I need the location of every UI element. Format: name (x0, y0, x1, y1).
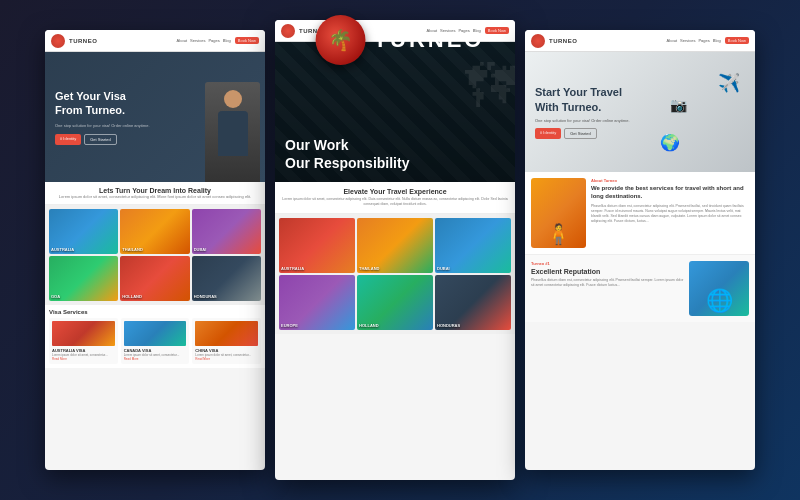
right-hero-btns: # Identity Get Started (535, 128, 655, 139)
right-hero-btn-outline[interactable]: Get Started (564, 128, 596, 139)
left-navbar: TURNEO About Services Pages Blog Book No… (45, 30, 265, 52)
left-hero-btn-primary[interactable]: # Identity (55, 134, 81, 145)
left-hero-btns: # Identity Get Started (55, 134, 150, 145)
dest-item-thailand[interactable]: THAILAND (120, 209, 189, 254)
right-hero-btn-primary[interactable]: # Identity (535, 128, 561, 139)
center-dest-img-honduras (435, 275, 511, 330)
right-hero-text: Start Your TravelWith Turneo. One stop s… (535, 85, 655, 139)
camera-icon: 📷 (670, 97, 687, 113)
right-about-section: 🧍 About Turneo We provide the best servi… (525, 172, 755, 254)
dest-label-dubai: DUBAI (194, 247, 207, 252)
left-book-btn[interactable]: Book Now (235, 37, 259, 44)
right-about-content: About Turneo We provide the best service… (591, 178, 749, 248)
left-visa-section: Visa Services AUSTRALIA VISA Lorem ipsum… (45, 305, 265, 368)
center-dest-label-europe: EUROPE (281, 323, 298, 328)
left-nav-links: About Services Pages Blog (177, 38, 231, 43)
dest-item-dubai[interactable]: DUBAI (192, 209, 261, 254)
main-logo: 🌴 (316, 15, 366, 65)
dest-item-hon[interactable]: HONDURAS (192, 256, 261, 301)
left-section-title: Lets Turn Your Dream Into Reality (51, 187, 259, 194)
left-brand: TURNEO (69, 38, 97, 44)
dest-item-goa[interactable]: GOA (49, 256, 118, 301)
right-about-text: Phasellus dictum diam est, consectetur a… (591, 204, 749, 225)
top-logo-area: 🌴 TURNEO (316, 15, 485, 65)
jumping-person-icon: 🧍 (546, 222, 571, 246)
left-visa-grid: AUSTRALIA VISA Lorem ipsum dolor sit ame… (49, 318, 261, 364)
right-nav-pages[interactable]: Pages (698, 38, 709, 43)
visa-read-more-china[interactable]: Read More (195, 357, 258, 361)
dest-label-goa: GOA (51, 294, 60, 299)
dest-item-australia[interactable]: AUSTRALIA (49, 209, 118, 254)
left-nav-blog[interactable]: Blog (223, 38, 231, 43)
center-dest-img-thailand (357, 218, 433, 273)
main-brand-title: TURNEO (374, 27, 485, 53)
right-nav-services[interactable]: Services (680, 38, 695, 43)
visa-img-china (195, 321, 258, 346)
left-section-title-bar: Lets Turn Your Dream Into Reality Lorem … (45, 182, 265, 205)
right-travel-image: ✈️ 📷 🌍 (655, 67, 745, 157)
center-dest-label-dubai: DUBAI (437, 266, 450, 271)
center-dest-label-australia: AUSTRALIA (281, 266, 304, 271)
right-hero-subtitle: One stop solution for your visa! Order o… (535, 118, 655, 123)
center-elevate-section: Elevate Your Travel Experience Lorem ips… (275, 182, 515, 214)
right-nav-about[interactable]: About (667, 38, 677, 43)
center-dest-label-honduras: HONDURAS (437, 323, 460, 328)
left-nav-about[interactable]: About (177, 38, 187, 43)
visa-item-australia[interactable]: AUSTRALIA VISA Lorem ipsum dolor sit ame… (49, 318, 118, 364)
center-dest-dubai[interactable]: DUBAI (435, 218, 511, 273)
plane-icon: ✈️ (718, 72, 740, 94)
dest-label-australia: AUSTRALIA (51, 247, 74, 252)
right-nav-blog[interactable]: Blog (713, 38, 721, 43)
right-reputation-section: Turneo #1 Excellent Reputation Phasellus… (525, 254, 755, 322)
right-hero: Start Your TravelWith Turneo. One stop s… (525, 52, 755, 172)
dest-item-hol[interactable]: HOLLAND (120, 256, 189, 301)
center-dest-img-dubai (435, 218, 511, 273)
left-nav-pages[interactable]: Pages (208, 38, 219, 43)
left-hero-text: Get Your VisaFrom Turneo. One stop solut… (55, 89, 150, 146)
center-dest-europe[interactable]: EUROPE (279, 275, 355, 330)
left-visa-title: Visa Services (49, 309, 261, 315)
right-logo (531, 34, 545, 48)
left-hero-btn-secondary[interactable]: Get Started (84, 134, 116, 145)
right-about-img: 🧍 (531, 178, 586, 248)
center-dest-img-australia (279, 218, 355, 273)
left-hero-title: Get Your VisaFrom Turneo. (55, 89, 150, 118)
right-about-title: We provide the best services for travel … (591, 185, 749, 201)
visa-item-china[interactable]: CHINA VISA Lorem ipsum dolor sit amet, c… (192, 318, 261, 364)
left-nav-services[interactable]: Services (190, 38, 205, 43)
center-dest-australia[interactable]: AUSTRALIA (279, 218, 355, 273)
right-brand: TURNEO (549, 38, 577, 44)
left-hero-subtitle: One stop solution for your visa! Order o… (55, 123, 150, 128)
visa-read-more-australia[interactable]: Read More (52, 357, 115, 361)
person-head (224, 90, 242, 108)
right-rep-title: Excellent Reputation (531, 268, 684, 275)
center-banner-content: Our Work Our Responsibility (285, 136, 409, 172)
right-nav-links: About Services Pages Blog (667, 38, 721, 43)
person-body (218, 111, 248, 156)
panel-left: TURNEO About Services Pages Blog Book No… (45, 30, 265, 470)
panel-center: TURNEO About Services Pages Blog Book No… (275, 20, 515, 480)
right-book-btn[interactable]: Book Now (725, 37, 749, 44)
center-dest-thailand[interactable]: THAILAND (357, 218, 433, 273)
left-dest-grid: AUSTRALIA THAILAND DUBAI GOA HOLLAND HON… (45, 205, 265, 305)
center-dest-honduras[interactable]: HONDURAS (435, 275, 511, 330)
left-hero: Get Your VisaFrom Turneo. One stop solut… (45, 52, 265, 182)
center-banner-title: Our Work Our Responsibility (285, 136, 409, 172)
visa-item-canada[interactable]: CANADA VISA Lorem ipsum dolor sit amet, … (121, 318, 190, 364)
rep-globe-icon: 🌐 (706, 288, 733, 314)
visa-img-canada (124, 321, 187, 346)
left-section-desc: Lorem ipsum dolor sit amet, consectetur … (51, 194, 259, 199)
center-logo (281, 24, 295, 38)
right-rep-badge: Turneo #1 (531, 261, 684, 266)
center-book-btn[interactable]: Book Now (485, 27, 509, 34)
center-dest-label-holland: HOLLAND (359, 323, 379, 328)
center-elevate-desc: Lorem ipsum dolor sit amet, consectetur … (281, 197, 509, 207)
center-dest-holland[interactable]: HOLLAND (357, 275, 433, 330)
panel-right: TURNEO About Services Pages Blog Book No… (525, 30, 755, 470)
globe-icon: 🌍 (660, 133, 680, 152)
left-hero-person (205, 82, 260, 182)
center-dest-label-thailand: THAILAND (359, 266, 379, 271)
visa-read-more-canada[interactable]: Read More (124, 357, 187, 361)
visa-img-australia (52, 321, 115, 346)
center-elevate-title: Elevate Your Travel Experience (281, 188, 509, 195)
